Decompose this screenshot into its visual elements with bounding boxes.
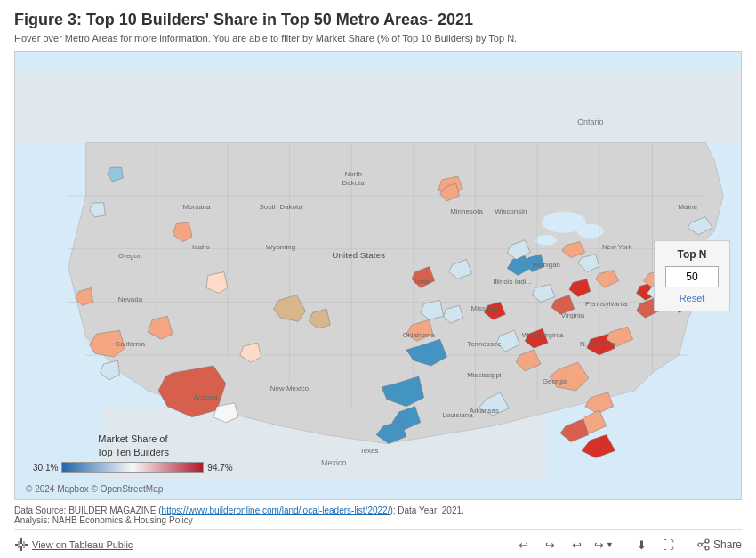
svg-rect-115 xyxy=(18,541,20,545)
view-tableau-label[interactable]: View on Tableau Public xyxy=(32,539,133,550)
map-area: United States North Dakota Oregon Nevada… xyxy=(15,52,741,499)
data-source-line2: Analysis: NAHB Economics & Housing Polic… xyxy=(14,515,742,525)
svg-rect-1 xyxy=(15,72,741,143)
data-source-prefix: Data Source: BUILDER MAGAZINE ( xyxy=(14,505,162,515)
map-container: United States North Dakota Oregon Nevada… xyxy=(14,51,742,500)
svg-text:Nevada: Nevada xyxy=(118,295,143,303)
svg-rect-111 xyxy=(20,538,22,544)
undo2-button[interactable]: ↩ xyxy=(567,535,587,554)
legend-bar-container: 30.1% 94.7% xyxy=(33,462,233,473)
forward-button[interactable]: ↪ ▼ xyxy=(594,535,614,554)
page-subtitle: Hover over Metro Areas for more informat… xyxy=(14,33,742,44)
page-title: Figure 3: Top 10 Builders' Share in Top … xyxy=(14,11,742,29)
svg-text:Iowa: Iowa xyxy=(414,278,430,286)
svg-rect-117 xyxy=(18,545,20,548)
toolbar-divider-1 xyxy=(623,537,623,553)
legend-color-bar xyxy=(61,462,204,473)
svg-text:Pennsylvania: Pennsylvania xyxy=(585,300,628,308)
tableau-logo: View on Tableau Public xyxy=(14,538,133,552)
map-copyright: © 2024 Mapbox © OpenStreetMap xyxy=(26,484,163,494)
svg-text:Georgia: Georgia xyxy=(543,377,568,385)
svg-rect-116 xyxy=(23,541,25,545)
svg-text:Oregon: Oregon xyxy=(118,252,142,260)
svg-text:Dakota: Dakota xyxy=(342,179,366,187)
svg-text:New York: New York xyxy=(602,243,632,251)
svg-point-5 xyxy=(535,235,557,246)
toolbar-left: View on Tableau Public xyxy=(14,538,507,552)
svg-text:Illinois Indi...: Illinois Indi... xyxy=(493,278,532,286)
fullscreen-button[interactable]: ⛶ xyxy=(659,535,679,554)
svg-text:Maine: Maine xyxy=(678,203,697,211)
svg-point-4 xyxy=(577,224,604,239)
svg-text:Oklahoma: Oklahoma xyxy=(403,331,436,339)
svg-text:Arizona: Arizona xyxy=(193,393,218,401)
svg-point-121 xyxy=(698,543,702,546)
svg-text:Ontario: Ontario xyxy=(577,117,603,126)
top-n-input[interactable] xyxy=(665,266,719,287)
svg-text:Wisconsin: Wisconsin xyxy=(495,207,527,215)
redo-button[interactable]: ↪ xyxy=(541,535,560,554)
svg-text:Virginia: Virginia xyxy=(561,311,585,319)
download-button[interactable]: ⬇ xyxy=(632,535,652,554)
svg-text:Montana: Montana xyxy=(183,203,212,211)
share-button[interactable]: Share xyxy=(697,538,742,551)
svg-text:Missouri: Missouri xyxy=(471,304,498,312)
svg-text:California: California xyxy=(116,340,146,348)
top-n-label: Top N xyxy=(677,248,706,261)
tableau-icon xyxy=(14,538,28,552)
svg-text:Michigan: Michigan xyxy=(532,261,560,269)
svg-text:Texas: Texas xyxy=(360,447,379,455)
svg-text:United States: United States xyxy=(332,250,385,260)
svg-text:Minnesota: Minnesota xyxy=(450,207,483,215)
footer: Data Source: BUILDER MAGAZINE (https://w… xyxy=(14,500,742,525)
svg-text:West Virginia: West Virginia xyxy=(522,331,564,339)
svg-text:North: North xyxy=(344,170,361,178)
top-n-control: Top N Reset xyxy=(654,240,730,311)
data-source-link[interactable]: https://www.builderonline.com/land/local… xyxy=(162,505,390,515)
toolbar: View on Tableau Public ↩ ↪ ↩ ↪ ▼ ⬇ ⛶ Sha… xyxy=(14,529,742,558)
svg-text:Wyoming: Wyoming xyxy=(266,243,295,251)
svg-text:Mississippi: Mississippi xyxy=(467,371,502,379)
legend-max-value: 94.7% xyxy=(207,463,232,473)
reset-button[interactable]: Reset xyxy=(680,293,705,303)
data-source-line1: Data Source: BUILDER MAGAZINE (https://w… xyxy=(14,505,742,515)
svg-line-122 xyxy=(702,542,705,544)
svg-text:Tennessee: Tennessee xyxy=(467,340,502,348)
svg-text:South Dakota: South Dakota xyxy=(259,203,302,211)
share-icon xyxy=(697,538,710,551)
toolbar-divider-2 xyxy=(688,537,688,553)
svg-text:Idaho: Idaho xyxy=(192,243,210,251)
legend-min-value: 30.1% xyxy=(33,463,58,473)
svg-line-123 xyxy=(702,546,705,547)
svg-text:N. Carolina: N. Carolina xyxy=(580,340,615,348)
undo-button[interactable]: ↩ xyxy=(514,535,534,554)
svg-rect-118 xyxy=(23,545,25,548)
map-legend: Market Share of Top Ten Builders 30.1% 9… xyxy=(33,433,233,473)
svg-text:New Mexico: New Mexico xyxy=(270,384,310,392)
data-source-suffix: ); Data Year: 2021. xyxy=(390,505,463,515)
svg-text:Arkansas: Arkansas xyxy=(470,407,499,415)
legend-title: Market Share of Top Ten Builders xyxy=(33,433,233,458)
svg-rect-112 xyxy=(20,546,22,551)
svg-point-120 xyxy=(705,546,709,550)
svg-point-119 xyxy=(705,539,709,543)
share-label: Share xyxy=(713,538,742,551)
svg-text:Mexico: Mexico xyxy=(321,458,346,467)
